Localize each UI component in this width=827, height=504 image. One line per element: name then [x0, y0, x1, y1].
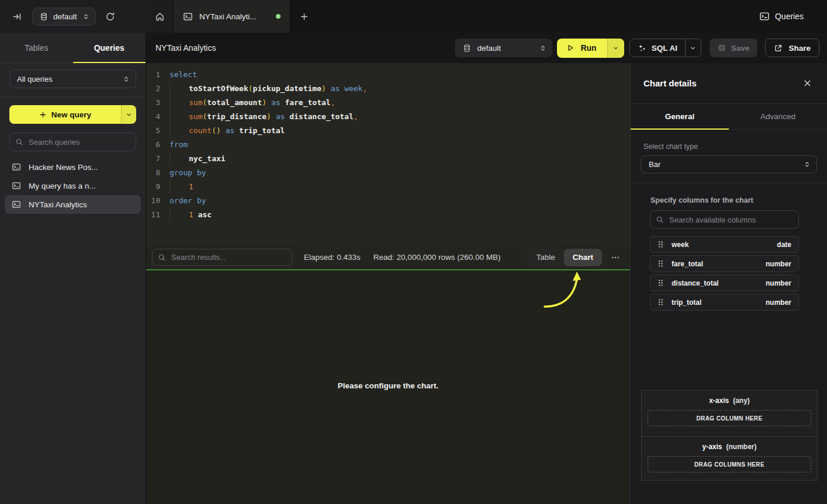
code-text: sum(total_amount) as fare_total, [189, 96, 335, 110]
home-tab[interactable] [146, 0, 174, 33]
save-button[interactable]: Save [710, 39, 758, 57]
share-icon [774, 44, 783, 53]
x-axis-drop-zone[interactable]: DRAG COLUMN HERE [648, 410, 811, 426]
panel-divider [631, 183, 827, 183]
drag-handle-icon[interactable] [658, 260, 664, 267]
refresh-icon[interactable] [102, 8, 119, 25]
columns-search-input[interactable] [650, 210, 799, 229]
query-filter-select[interactable]: All queries [9, 69, 136, 88]
code-line: 1select [148, 68, 630, 82]
column-row[interactable]: fare_totalnumber [650, 255, 799, 272]
view-toggle-chart[interactable]: Chart [564, 249, 602, 266]
indent-guide [169, 180, 189, 194]
run-options-dropdown[interactable] [607, 39, 624, 58]
search-icon [656, 215, 664, 224]
editor-header: NYTaxi Analytics default Run SQL AI [146, 33, 827, 63]
code-line: 4sum(trip_distance) as distance_total, [148, 110, 630, 124]
code-line: 2toStartOfWeek(pickup_datetime) as week, [148, 82, 630, 96]
y-axis-label-row: y-axis (number) [642, 437, 817, 451]
new-query-label: New query [51, 110, 91, 119]
close-icon[interactable] [800, 77, 814, 91]
tab-general[interactable]: General [631, 104, 729, 129]
query-icon [183, 12, 193, 22]
save-icon [718, 44, 726, 52]
query-icon [12, 162, 21, 172]
chart-type-label: Select chart type [643, 142, 814, 151]
line-number: 7 [148, 152, 160, 166]
new-query-dropdown[interactable] [121, 105, 136, 124]
columns-section-label: Specify columns for the chart [650, 196, 827, 204]
run-button[interactable]: Run [557, 39, 624, 58]
code-line: 111 asc [148, 208, 630, 222]
column-type: number [766, 298, 791, 307]
annotation-arrow [526, 266, 596, 312]
saved-query-item[interactable]: Hacker News Pos... [5, 158, 141, 176]
results-search-input[interactable] [152, 249, 292, 266]
drag-handle-icon[interactable] [658, 279, 664, 287]
new-query-main[interactable]: New query [9, 105, 121, 124]
search-icon [158, 253, 166, 262]
code-text: 1 [189, 180, 193, 194]
query-icon [12, 200, 21, 209]
indent-guide [169, 96, 189, 110]
top-bar: default NYTaxi Analyti... Queries [0, 0, 827, 33]
topbar-database-select[interactable]: default [32, 8, 96, 26]
editor-database-value: default [477, 44, 534, 53]
saved-query-item[interactable]: NYTaxi Analytics [5, 195, 141, 214]
chart-preview-area: Please configure the chart. [146, 270, 630, 504]
plus-icon [300, 12, 309, 21]
sql-ai-button[interactable]: SQL AI [629, 39, 701, 57]
editor-database-select[interactable]: default [455, 39, 552, 57]
code-text: count() as trip_total [189, 124, 285, 138]
code-line: 6from [148, 138, 630, 152]
ellipsis-icon [611, 253, 620, 262]
chevron-updown-icon [804, 161, 811, 168]
chevron-updown-icon [539, 44, 546, 52]
x-axis-label-row: x-axis (any) [642, 391, 817, 405]
column-row[interactable]: distance_totalnumber [650, 274, 799, 291]
chart-details-panel: Chart details General Advanced Select ch… [630, 63, 827, 504]
column-name: fare_total [672, 260, 703, 268]
saved-query-item[interactable]: My query has a n... [5, 176, 141, 195]
run-button-main[interactable]: Run [557, 39, 607, 58]
drag-handle-icon[interactable] [658, 298, 664, 306]
drag-handle-icon[interactable] [658, 241, 664, 248]
chevron-down-icon [613, 45, 619, 51]
rows-read: Read: 20,000,000 rows (260.00 MB) [373, 253, 501, 262]
sql-ai-main[interactable]: SQL AI [630, 39, 685, 57]
line-number: 9 [148, 180, 160, 194]
column-row[interactable]: trip_totalnumber [650, 294, 799, 311]
code-line: 7nyc_taxi [148, 152, 630, 166]
column-row[interactable]: weekdate [650, 236, 799, 253]
new-query-button[interactable]: New query [9, 105, 136, 124]
database-icon [40, 12, 48, 21]
chart-type-value: Bar [649, 160, 660, 169]
chevron-down-icon [126, 112, 132, 118]
saved-query-label: NYTaxi Analytics [29, 200, 87, 209]
y-axis-drop-zone[interactable]: DRAG COLUMNS HERE [648, 456, 811, 472]
queries-shortcut-button[interactable]: Queries [759, 0, 804, 33]
view-toggle-table[interactable]: Table [527, 249, 563, 266]
collapse-sidebar-icon[interactable] [8, 8, 26, 25]
line-number: 10 [148, 194, 160, 208]
sidebar-tab-queries[interactable]: Queries [73, 33, 146, 62]
y-axis-label: y-axis [702, 443, 722, 451]
sql-editor[interactable]: 1select2toStartOfWeek(pickup_datetime) a… [146, 63, 630, 245]
chart-type-select[interactable]: Bar [641, 155, 817, 173]
sidebar-tab-tables[interactable]: Tables [0, 33, 73, 62]
x-axis-label: x-axis [709, 397, 729, 405]
query-search-input[interactable] [9, 133, 136, 151]
code-line: 10order by [148, 194, 630, 208]
sql-ai-dropdown[interactable] [685, 39, 701, 57]
results-search [152, 249, 292, 266]
new-tab-button[interactable] [290, 0, 317, 33]
tab-advanced[interactable]: Advanced [729, 104, 827, 129]
indent-guide [169, 152, 189, 166]
column-name: trip_total [672, 298, 701, 307]
query-tab-nytaxi[interactable]: NYTaxi Analyti... [174, 0, 290, 33]
column-type: number [766, 279, 791, 287]
sidebar-tabs: Tables Queries [0, 33, 146, 63]
chart-panel-tabs: General Advanced [631, 104, 827, 130]
results-more-menu[interactable] [609, 251, 622, 264]
share-button[interactable]: Share [765, 39, 819, 57]
